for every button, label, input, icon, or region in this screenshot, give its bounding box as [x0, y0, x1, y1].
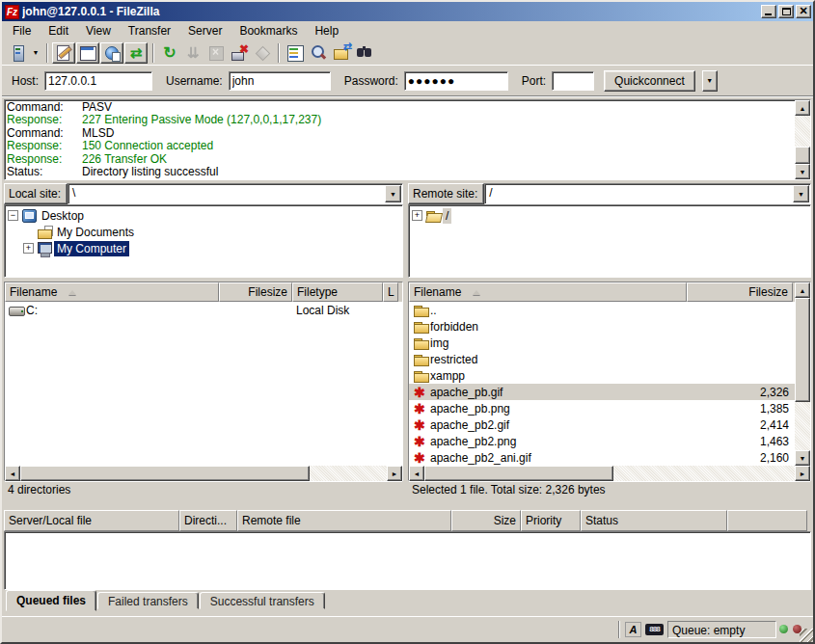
menu-edit[interactable]: Edit [40, 22, 77, 40]
file-cell-text: restricted [430, 353, 477, 366]
scroll-track[interactable] [795, 402, 810, 450]
site-manager-dropdown[interactable] [29, 42, 42, 64]
collapse-icon[interactable]: − [8, 210, 18, 221]
process-queue-button[interactable] [181, 42, 204, 64]
log-scrollbar[interactable]: ▲ ▼ [795, 100, 810, 179]
refresh-button[interactable] [158, 42, 181, 64]
column-header-l[interactable]: L [383, 282, 398, 302]
file-row-apache-pb-png[interactable]: apache_pb.png1,385 [409, 400, 795, 416]
tree-item--[interactable]: +/ [412, 207, 810, 224]
file-row-img[interactable]: img [409, 335, 795, 351]
scroll-track[interactable] [613, 466, 795, 481]
file-row-forbidden[interactable]: forbidden [409, 318, 795, 335]
filter-button[interactable] [284, 42, 307, 64]
host-input[interactable] [44, 71, 152, 91]
column-header-label: Filename [10, 285, 57, 299]
scroll-right-icon[interactable]: ► [387, 466, 402, 481]
file-cell-text: xampp [430, 369, 465, 383]
scroll-thumb[interactable] [424, 466, 613, 481]
tree-item-my-documents[interactable]: My Documents [8, 224, 402, 240]
port-input[interactable] [552, 71, 594, 91]
chevron-down-icon[interactable]: ▼ [385, 185, 401, 202]
menu-transfer[interactable]: Transfer [120, 22, 179, 40]
disconnect-button[interactable] [228, 42, 251, 64]
queue-column-empty[interactable] [727, 510, 807, 531]
column-header-filetype[interactable]: Filetype [292, 282, 383, 302]
queue-column-priority[interactable]: Priority [521, 510, 581, 531]
scroll-thumb[interactable] [795, 298, 810, 402]
column-header-filesize[interactable]: Filesize [687, 282, 793, 302]
file-row-apache-pb2-gif[interactable]: apache_pb2.gif2,414 [409, 416, 795, 433]
quickconnect-button[interactable]: Quickconnect [604, 70, 695, 92]
file-row--[interactable]: .. [409, 302, 795, 318]
file-row-apache-pb2-ani-gif[interactable]: apache_pb2_ani.gif2,160 [409, 449, 795, 466]
menu-view[interactable]: View [77, 22, 120, 40]
tab-queued-files[interactable]: Queued files [6, 590, 96, 611]
expand-icon[interactable]: + [23, 243, 34, 254]
column-header-filename[interactable]: Filename [5, 282, 219, 302]
minimize-button[interactable] [761, 5, 776, 18]
remote-site-combo[interactable]: / ▼ [484, 183, 811, 204]
speed-limits-icon[interactable]: 888 [645, 624, 664, 635]
remote-treeview-toggle[interactable] [100, 42, 123, 64]
queue-view-icon [126, 43, 146, 63]
menu-server[interactable]: Server [179, 22, 231, 40]
site-manager-button[interactable] [6, 42, 29, 64]
cancel-button[interactable] [204, 42, 228, 64]
menu-bookmarks[interactable]: Bookmarks [231, 22, 306, 40]
scroll-thumb[interactable] [795, 147, 810, 164]
find-button[interactable] [353, 42, 376, 64]
transfer-type-indicator-icon[interactable]: A [625, 622, 641, 637]
scroll-thumb[interactable] [20, 466, 310, 481]
scroll-down-icon[interactable]: ▼ [795, 164, 810, 179]
scroll-up-icon[interactable]: ▲ [795, 282, 810, 298]
local-site-combo[interactable]: \ ▼ [68, 183, 403, 204]
tree-item-my-computer[interactable]: +My Computer [8, 240, 402, 256]
close-button[interactable]: ✕ [796, 5, 811, 18]
scroll-left-icon[interactable]: ◄ [5, 466, 20, 481]
message-log-toggle[interactable] [52, 42, 75, 64]
column-header-filesize[interactable]: Filesize [219, 282, 292, 302]
queue-column-server-local-file[interactable]: Server/Local file [4, 510, 179, 531]
queue-column-size[interactable]: Size [451, 510, 521, 531]
expand-icon[interactable]: + [412, 210, 422, 221]
scroll-up-icon[interactable]: ▲ [795, 100, 810, 116]
remote-vscrollbar[interactable]: ▲ ▼ [795, 282, 810, 466]
local-site-bar: Local site: \ ▼ [4, 183, 403, 204]
username-input[interactable] [229, 71, 331, 91]
quickconnect-dropdown[interactable]: ▼ [702, 70, 718, 92]
resize-grip[interactable] [800, 629, 813, 642]
file-row-apache-pb2-png[interactable]: apache_pb2.png1,463 [409, 433, 795, 449]
queue-column-status[interactable]: Status [581, 510, 727, 531]
tree-item-desktop[interactable]: −Desktop [8, 207, 402, 224]
menu-help[interactable]: Help [306, 22, 347, 40]
remote-hscrollbar[interactable]: ◄ ► [409, 466, 810, 481]
chevron-down-icon[interactable]: ▼ [793, 185, 809, 202]
scroll-right-icon[interactable]: ► [795, 466, 810, 481]
scroll-track[interactable] [795, 116, 810, 147]
queue-column-directi-[interactable]: Directi... [179, 510, 237, 531]
scroll-track[interactable] [310, 466, 387, 481]
menu-file[interactable]: File [4, 22, 40, 40]
sync-browsing-button[interactable] [330, 42, 353, 64]
maximize-button[interactable] [778, 5, 794, 18]
tab-failed-transfers[interactable]: Failed transfers [97, 592, 199, 609]
local-treeview-toggle[interactable] [76, 42, 99, 64]
reconnect-button[interactable] [251, 42, 274, 64]
scroll-left-icon[interactable]: ◄ [409, 466, 424, 481]
tab-successful-transfers[interactable]: Successful transfers [200, 592, 325, 609]
file-row-c-[interactable]: C:Local Disk [5, 302, 402, 318]
scroll-down-icon[interactable]: ▼ [795, 450, 810, 466]
file-row-xampp[interactable]: xampp [409, 367, 795, 384]
desktop-icon [21, 208, 39, 224]
file-row-restricted[interactable]: restricted [409, 351, 795, 367]
password-input[interactable] [404, 71, 508, 91]
queue-column-remote-file[interactable]: Remote file [237, 510, 451, 531]
column-header-filename[interactable]: Filename [409, 282, 687, 302]
transfer-queue-toggle[interactable] [124, 42, 148, 64]
compare-button[interactable] [307, 42, 330, 64]
local-hscrollbar[interactable]: ◄ ► [5, 466, 402, 481]
window-title: john@127.0.0.1 - FileZilla [22, 5, 759, 18]
remote-directory-tree: +/ [408, 204, 811, 278]
file-row-apache-pb-gif[interactable]: apache_pb.gif2,326 [409, 384, 795, 400]
